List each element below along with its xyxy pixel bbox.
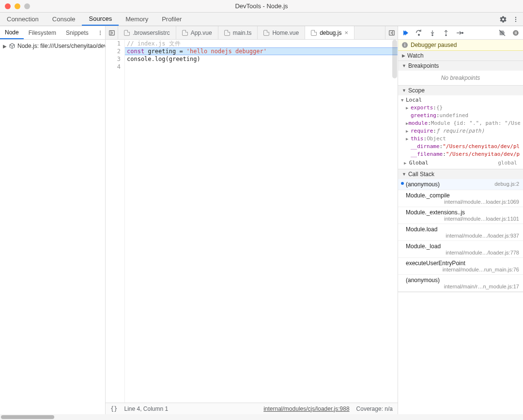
file-tab-main-ts[interactable]: main.ts bbox=[218, 26, 258, 39]
watch-section-header[interactable]: ▶ Watch bbox=[398, 51, 523, 60]
step-button[interactable] bbox=[455, 29, 464, 37]
file-tab-debug-js[interactable]: debug.js× bbox=[305, 26, 354, 39]
stack-frame-1[interactable]: Module._compileinternal/module…loader.js… bbox=[398, 190, 523, 207]
nav-root-item[interactable]: ▶ Node.js: file:///Users/chenyitao/dev bbox=[0, 42, 105, 50]
tab-console[interactable]: Console bbox=[46, 13, 82, 26]
step-over-button[interactable] bbox=[415, 29, 423, 37]
tab-connection[interactable]: Connection bbox=[0, 13, 46, 26]
pretty-print-icon[interactable]: {} bbox=[110, 405, 117, 412]
window-title: DevTools - Node.js bbox=[0, 2, 523, 10]
chevron-right-icon: ▶ bbox=[402, 53, 405, 58]
svg-point-2 bbox=[515, 20, 516, 21]
code-editor[interactable]: 1234 // index.js 文件const greeting = 'hel… bbox=[106, 40, 398, 403]
scope-local-header[interactable]: ▼Local bbox=[401, 96, 520, 104]
tab-sources[interactable]: Sources bbox=[82, 13, 119, 26]
breakpoints-empty: No breakpoints bbox=[398, 72, 523, 84]
chevron-right-icon: ▶ bbox=[3, 44, 7, 49]
file-icon bbox=[182, 30, 188, 36]
vertical-scrollbar[interactable] bbox=[392, 40, 397, 78]
scope-var-module[interactable]: ▶module: Module {id: ".", path: "/Use… bbox=[401, 120, 520, 127]
svg-rect-20 bbox=[516, 31, 517, 34]
svg-point-4 bbox=[100, 32, 101, 33]
file-icon bbox=[311, 30, 317, 36]
line-gutter: 1234 bbox=[106, 40, 125, 403]
editor-panel: .browserslistrcApp.vuemain.tsHome.vuedeb… bbox=[106, 26, 398, 414]
scrollbar-thumb[interactable] bbox=[1, 415, 54, 419]
resume-button[interactable] bbox=[401, 29, 410, 37]
nav-tab-node[interactable]: Node bbox=[0, 26, 24, 39]
nav-tab-more-icon[interactable] bbox=[93, 26, 107, 39]
status-bar: {} Line 4, Column 1 internal/modules/cjs… bbox=[106, 403, 398, 414]
file-icon bbox=[263, 30, 269, 36]
nav-tab-filesystem[interactable]: Filesystem bbox=[24, 26, 61, 39]
code-line-1[interactable]: // index.js 文件 bbox=[125, 40, 398, 47]
svg-rect-19 bbox=[515, 31, 515, 34]
settings-icon[interactable] bbox=[499, 15, 508, 24]
step-out-button[interactable] bbox=[442, 29, 450, 37]
navigator-panel: Node Filesystem Snippets ▶ Node.js: file… bbox=[0, 26, 106, 414]
file-tab-app-vue[interactable]: App.vue bbox=[176, 26, 218, 39]
file-tab-label: debug.js bbox=[320, 30, 341, 36]
scope-var-exports[interactable]: ▶exports: {} bbox=[401, 104, 520, 112]
stack-frame-0[interactable]: (anonymous)debug.js:2 bbox=[398, 179, 523, 190]
svg-point-5 bbox=[100, 34, 101, 35]
code-line-3[interactable]: console.log(greeting) bbox=[125, 55, 398, 63]
horizontal-scrollbar[interactable] bbox=[0, 414, 523, 420]
stack-frame-3[interactable]: Module.loadinternal/module…/loader.js:93… bbox=[398, 224, 523, 241]
svg-point-12 bbox=[432, 34, 433, 35]
code-line-2[interactable]: const greeting = 'hello nodejs debugger' bbox=[125, 47, 398, 55]
file-tab-label: App.vue bbox=[191, 30, 212, 36]
step-into-button[interactable] bbox=[428, 29, 437, 37]
svg-point-3 bbox=[100, 30, 101, 31]
svg-point-14 bbox=[446, 34, 446, 35]
paused-label: Debugger paused bbox=[411, 42, 457, 48]
scope-var-require[interactable]: ▶require: ƒ require(path) bbox=[401, 127, 520, 135]
deactivate-breakpoints-button[interactable] bbox=[498, 29, 507, 37]
scope-section-header[interactable]: ▼ Scope bbox=[398, 86, 523, 95]
titlebar: DevTools - Node.js bbox=[0, 0, 523, 13]
close-tab-icon[interactable]: × bbox=[345, 29, 349, 36]
pause-exceptions-button[interactable] bbox=[511, 29, 520, 37]
toggle-navigator-icon[interactable] bbox=[106, 26, 118, 39]
svg-point-18 bbox=[513, 30, 519, 36]
svg-point-1 bbox=[515, 18, 516, 19]
info-icon: i bbox=[402, 42, 408, 48]
file-tab-label: Home.vue bbox=[272, 30, 299, 36]
stack-frame-4[interactable]: Module._loadinternal/module…/loader.js:7… bbox=[398, 241, 523, 258]
scope-var-__filename[interactable]: __filename: "/Users/chenyitao/dev/pl… bbox=[401, 150, 520, 158]
file-icon bbox=[124, 30, 130, 36]
scope-var-__dirname[interactable]: __dirname: "/Users/chenyitao/dev/pla… bbox=[401, 143, 520, 150]
show-more-tabs-icon[interactable] bbox=[385, 26, 398, 39]
file-icon bbox=[224, 30, 230, 36]
code-area[interactable]: // index.js 文件const greeting = 'hello no… bbox=[125, 40, 398, 403]
svg-point-16 bbox=[462, 32, 463, 33]
nodejs-icon bbox=[9, 43, 15, 49]
stack-frame-5[interactable]: executeUserEntryPointinternal/module…run… bbox=[398, 258, 523, 275]
scope-global[interactable]: ▶ Globalglobal bbox=[401, 158, 520, 168]
nav-root-label: Node.js: file:///Users/chenyitao/dev bbox=[17, 43, 105, 49]
debugger-panel: i Debugger paused ▶ Watch ▼ Breakpoints … bbox=[398, 26, 523, 414]
chevron-down-icon: ▼ bbox=[402, 88, 406, 93]
callstack-section-header[interactable]: ▼ Call Stack bbox=[398, 169, 523, 179]
tab-profiler[interactable]: Profiler bbox=[155, 13, 188, 26]
source-link[interactable]: internal/modules/cjs/loader.js:988 bbox=[263, 405, 349, 412]
scope-var-greeting[interactable]: greeting: undefined bbox=[401, 112, 520, 120]
coverage-status: Coverage: n/a bbox=[356, 405, 393, 412]
file-tab-label: main.ts bbox=[233, 30, 252, 36]
tab-memory[interactable]: Memory bbox=[119, 13, 155, 26]
svg-point-10 bbox=[418, 34, 420, 35]
debugger-paused-banner: i Debugger paused bbox=[398, 40, 523, 51]
nav-tab-snippets[interactable]: Snippets bbox=[61, 26, 93, 39]
chevron-down-icon: ▼ bbox=[402, 172, 406, 177]
stack-frame-2[interactable]: Module._extensions..jsinternal/module…lo… bbox=[398, 207, 523, 224]
more-menu-icon[interactable] bbox=[511, 15, 520, 24]
code-line-4[interactable] bbox=[125, 63, 398, 71]
scope-var-this[interactable]: ▶this: Object bbox=[401, 135, 520, 143]
breakpoints-section-header[interactable]: ▼ Breakpoints bbox=[398, 61, 523, 71]
svg-point-0 bbox=[515, 16, 516, 17]
cursor-position: Line 4, Column 1 bbox=[124, 405, 168, 412]
file-tab-home-vue[interactable]: Home.vue bbox=[258, 26, 305, 39]
chevron-down-icon: ▼ bbox=[402, 63, 406, 68]
stack-frame-6[interactable]: (anonymous)internal/main/r…n_module.js:1… bbox=[398, 275, 523, 292]
file-tab--browserslistrc[interactable]: .browserslistrc bbox=[118, 26, 176, 39]
